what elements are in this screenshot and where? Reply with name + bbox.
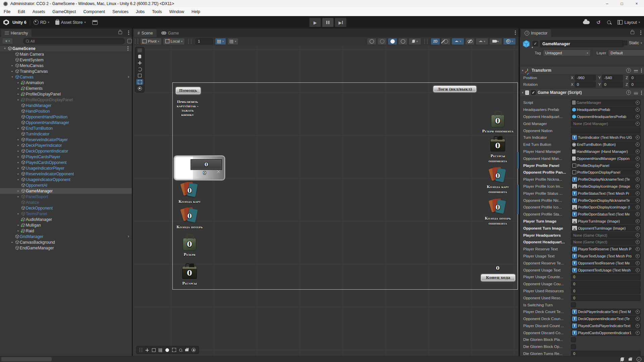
field-value[interactable]: ProfileOponDisplayNicknameTe	[571, 197, 641, 203]
object-picker-icon[interactable]	[636, 157, 640, 161]
hierarchy-row[interactable]: Animation	[0, 80, 132, 85]
field-value[interactable]	[571, 127, 641, 134]
opponent-indicator[interactable]: 0 Ресурсы оппонента	[481, 136, 515, 164]
scene-visibility-button[interactable]	[465, 38, 475, 45]
search-icon[interactable]	[607, 20, 611, 24]
x-field[interactable]: 0	[575, 81, 596, 87]
hierarchy-row[interactable]: GridManager	[0, 234, 132, 239]
debug-mode-dropdown[interactable]: ▾	[409, 38, 421, 45]
tab-scene[interactable]: # Scene	[134, 29, 157, 37]
x-field[interactable]: -960	[575, 75, 596, 81]
asset-store-dropdown[interactable]: Asset Store▾	[55, 20, 86, 25]
camera-dropdown[interactable]: ▾	[489, 38, 502, 45]
field-value[interactable]: EndTurnButton (Button)	[571, 141, 641, 148]
opponent-indicator[interactable]: 0 Колода потерьоппонента	[481, 198, 515, 226]
object-picker-icon[interactable]	[636, 101, 640, 105]
layer-dropdown[interactable]: Default▾	[608, 50, 644, 56]
grid-visibility-button[interactable]: ▾	[215, 38, 226, 45]
cloud-icon[interactable]	[583, 21, 590, 24]
field-value[interactable]: DeckOpponentIndicatorText (Te	[571, 316, 641, 322]
field-value[interactable]	[571, 344, 641, 350]
menu-item[interactable]: Help	[188, 7, 204, 16]
object-picker-icon[interactable]	[636, 164, 640, 168]
hierarchy-row[interactable]: HandPosition	[0, 108, 132, 114]
field-value[interactable]: OpponentTextReserve (Text Me	[571, 260, 641, 266]
field-value[interactable]: OpponentTurnImage (Image)	[571, 225, 641, 231]
z-field[interactable]: 0	[629, 81, 644, 87]
tab-inspector[interactable]: i Inspector	[521, 29, 551, 37]
pivot-dropdown[interactable]: Pivot▾	[140, 38, 162, 45]
hierarchy-row[interactable]: TurnIndicator	[0, 131, 132, 137]
wireframe-mode-button[interactable]	[377, 38, 387, 45]
hierarchy-row[interactable]: PlayedCardsPlayer	[0, 154, 132, 160]
field-value[interactable]: OpponentTextUsage (Text Mesh	[571, 267, 641, 273]
menu-item[interactable]: Tools	[148, 7, 165, 16]
hierarchy-menu-icon[interactable]	[128, 32, 129, 33]
object-picker-icon[interactable]	[636, 142, 640, 146]
tab-game[interactable]: Game	[158, 29, 183, 37]
field-value[interactable]: ProfileOponDisplayIconImage (I	[571, 204, 641, 210]
close-button[interactable]: ×	[629, 0, 644, 7]
scene-picker-icon[interactable]	[127, 39, 132, 43]
hierarchy-row[interactable]: EndGameManager	[0, 245, 132, 251]
object-picker-icon[interactable]	[636, 212, 640, 216]
debugger-disabled-icon[interactable]	[621, 357, 624, 361]
selected-card-panel[interactable]: 0 0	[174, 156, 225, 180]
constraint-tool-icon[interactable]	[192, 348, 196, 352]
field-value[interactable]: 0	[571, 281, 641, 287]
opponent-indicator[interactable]: 0 Резерв оппонента	[481, 111, 515, 134]
select-tool-icon[interactable]	[172, 348, 176, 352]
object-picker-icon[interactable]	[636, 115, 640, 119]
tag-dropdown[interactable]: Untagged▾	[543, 50, 591, 56]
help-icon[interactable]: ?	[626, 68, 631, 73]
presets-icon[interactable]	[634, 69, 638, 72]
field-value[interactable]: None (Game Object)	[571, 232, 641, 238]
hierarchy-row[interactable]: CanvasBackground	[0, 239, 132, 245]
layout-dropdown[interactable]: Layout▾	[618, 20, 640, 25]
active-checkbox[interactable]: ✓	[533, 41, 538, 46]
object-picker-icon[interactable]	[636, 108, 640, 112]
object-picker-icon[interactable]	[636, 317, 640, 321]
scene-menu-icon[interactable]	[515, 32, 516, 33]
field-value[interactable]	[571, 337, 641, 343]
menu-item[interactable]: Jobs	[132, 7, 148, 16]
end-turn-button[interactable]: Конец хода	[481, 274, 516, 282]
gizmo-dropdown[interactable]: ▾	[503, 38, 516, 45]
step-button[interactable]: ▶	[335, 18, 346, 27]
layers-dropdown[interactable]: ▾	[476, 38, 488, 45]
field-value[interactable]: OpponentHandManager (Oppon	[571, 155, 641, 162]
transform-tool-button[interactable]	[136, 85, 143, 91]
hierarchy-row[interactable]: Analize	[0, 199, 132, 205]
shadow-mode-button[interactable]	[398, 38, 408, 45]
component-menu-icon[interactable]	[641, 70, 642, 71]
hierarchy-row[interactable]: ProfileDisplayPanel	[0, 91, 132, 97]
field-value[interactable]: PlayerTurnImage (Image)	[571, 218, 641, 224]
toolbar-grip[interactable]	[135, 39, 138, 44]
maximize-button[interactable]: □	[614, 0, 629, 7]
collab-stack-icon[interactable]	[629, 358, 632, 361]
2d-mode-button[interactable]: 2D	[431, 38, 440, 45]
hierarchy-row[interactable]: EventSystem	[0, 57, 132, 63]
field-value[interactable]: ProfileStatusText (Text Mesh Pr	[571, 190, 641, 196]
scene-viewport[interactable]: Помощь Приблизитькарту/штаб - зажатькноп…	[133, 46, 519, 356]
object-picker-icon[interactable]	[636, 122, 640, 126]
object-picker-icon[interactable]	[636, 177, 640, 181]
shaded-mode-button[interactable]	[367, 38, 376, 45]
field-value[interactable]: 0	[571, 288, 641, 294]
hierarchy-row[interactable]: ReserveIndicatorPlayer	[0, 137, 132, 142]
object-picker-icon[interactable]	[636, 226, 640, 230]
menu-item[interactable]: Assets	[29, 7, 49, 16]
field-value[interactable]: HeadquartersPrefab	[571, 107, 641, 113]
object-picker-icon[interactable]	[636, 170, 640, 174]
hierarchy-row[interactable]: Elements	[0, 85, 132, 91]
object-picker-icon[interactable]	[636, 268, 640, 272]
cards-tool-icon[interactable]	[185, 349, 189, 351]
player-indicator[interactable]: 0 Резерв	[173, 234, 206, 257]
hierarchy-row[interactable]: EndTurnButton	[0, 125, 132, 131]
help-icon[interactable]: ?	[626, 90, 631, 95]
zoom-tool-icon[interactable]	[179, 349, 182, 352]
object-picker-icon[interactable]	[636, 240, 640, 244]
hierarchy-row[interactable]: PanelSuport	[0, 194, 132, 199]
field-value[interactable]: None (Game Object)	[571, 239, 641, 245]
object-picker-icon[interactable]	[636, 324, 640, 328]
